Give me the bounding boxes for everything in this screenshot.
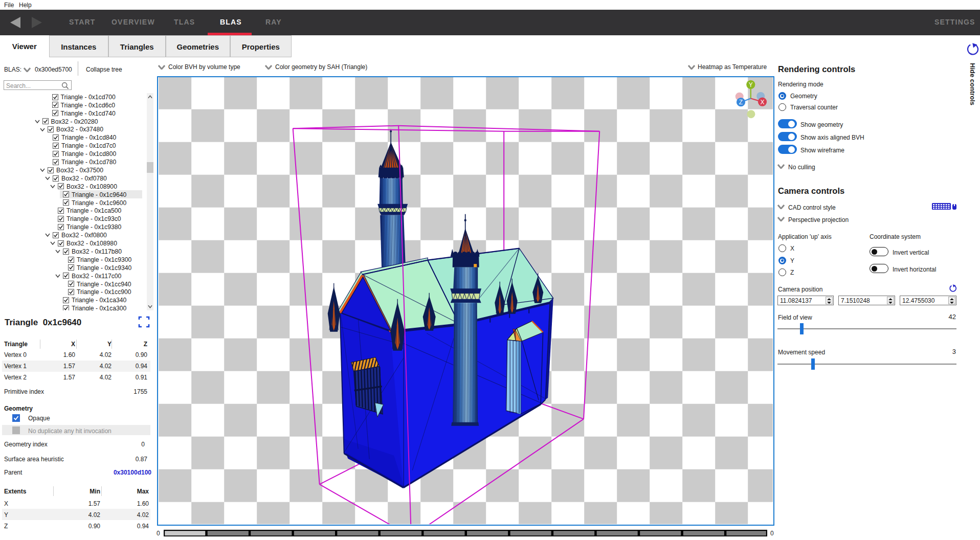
svg-text:Z: Z <box>739 99 743 106</box>
svg-text:X: X <box>760 99 764 106</box>
svg-text:Y: Y <box>749 81 753 88</box>
